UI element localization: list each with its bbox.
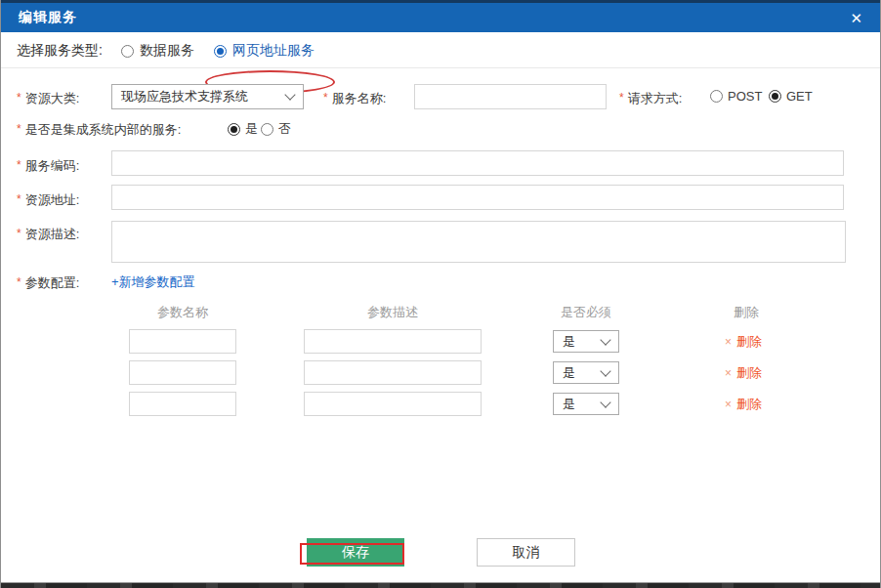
chevron-down-icon [600, 397, 610, 407]
background-window-edge [1, 582, 880, 588]
required-asterisk: * [17, 121, 21, 138]
delete-x-icon: × [725, 335, 732, 349]
delete-row-label: 删除 [736, 396, 762, 413]
radio-internal-yes[interactable]: 是 [228, 120, 258, 138]
col-header-param-name: 参数名称 [129, 304, 236, 321]
radio-data-service[interactable]: 数据服务 [121, 42, 194, 60]
service-type-row: 选择服务类型: 数据服务 网页地址服务 [1, 32, 880, 68]
delete-row-link[interactable]: × 删除 [725, 364, 762, 382]
delete-row-label: 删除 [736, 364, 762, 382]
save-button[interactable]: 保存 [307, 538, 404, 567]
internal-service-label: * 是否是集成系统内部的服务: [17, 121, 181, 139]
chevron-down-icon [284, 89, 295, 100]
delete-row-link[interactable]: × 删除 [725, 396, 762, 413]
radio-web-service[interactable]: 网页地址服务 [214, 42, 315, 60]
close-icon[interactable]: ✕ [846, 9, 866, 27]
resource-address-input[interactable] [111, 185, 844, 210]
radio-web-service-label: 网页地址服务 [232, 42, 315, 60]
add-param-config-link[interactable]: +新增参数配置 [111, 273, 195, 291]
radio-post-label: POST [728, 89, 762, 104]
required-asterisk: * [619, 90, 624, 106]
resource-desc-label: * 资源描述: [17, 226, 79, 243]
dialog-title: 编辑服务 [19, 9, 77, 26]
required-asterisk: * [17, 274, 21, 291]
required-asterisk: * [17, 226, 21, 242]
resource-category-value: 现场应急技术支撑系统 [121, 88, 248, 105]
chevron-down-icon [600, 334, 610, 345]
cancel-button[interactable]: 取消 [477, 538, 575, 567]
required-select[interactable]: 是 [553, 330, 619, 353]
required-select[interactable]: 是 [553, 393, 619, 415]
radio-post[interactable]: POST [710, 89, 762, 104]
required-asterisk: * [17, 157, 21, 174]
col-header-param-desc: 参数描述 [304, 304, 482, 321]
radio-unchecked-icon[interactable] [710, 90, 723, 103]
radio-checked-icon[interactable] [214, 45, 227, 58]
edit-service-dialog: 编辑服务 ✕ 选择服务类型: 数据服务 网页地址服务 * 资源大类: 现场应急技… [0, 0, 881, 588]
radio-yes-label: 是 [245, 120, 258, 138]
col-header-delete: 删除 [712, 304, 780, 321]
chevron-down-icon [600, 365, 610, 376]
request-method-label: * 请求方式: [619, 90, 682, 107]
radio-checked-icon[interactable] [228, 123, 240, 136]
radio-data-service-label: 数据服务 [140, 42, 194, 60]
radio-unchecked-icon[interactable] [121, 45, 134, 58]
col-header-required: 是否必须 [553, 304, 619, 321]
service-code-label: * 服务编码: [17, 157, 79, 175]
service-name-input[interactable] [414, 84, 607, 109]
required-select[interactable]: 是 [553, 361, 619, 384]
delete-row-link[interactable]: × 删除 [725, 333, 762, 351]
required-asterisk: * [323, 90, 328, 106]
resource-category-select[interactable]: 现场应急技术支撑系统 [111, 84, 304, 109]
service-type-label: 选择服务类型: [17, 42, 103, 60]
required-asterisk: * [17, 90, 21, 106]
param-desc-input[interactable] [304, 392, 482, 416]
radio-no-label: 否 [278, 120, 291, 138]
service-name-label: * 服务名称: [323, 90, 386, 107]
radio-get[interactable]: GET [769, 89, 813, 104]
required-select-value: 是 [563, 396, 575, 413]
param-desc-input[interactable] [304, 360, 482, 385]
required-select-value: 是 [563, 364, 575, 382]
param-name-input[interactable] [129, 329, 236, 354]
param-desc-input[interactable] [304, 329, 482, 354]
dialog-titlebar: 编辑服务 ✕ [1, 0, 880, 32]
param-name-input[interactable] [129, 392, 236, 416]
required-asterisk: * [17, 191, 21, 208]
radio-checked-icon[interactable] [769, 90, 781, 103]
radio-unchecked-icon[interactable] [261, 123, 273, 136]
radio-internal-no[interactable]: 否 [261, 120, 291, 138]
service-code-input[interactable] [111, 150, 844, 176]
resource-desc-textarea[interactable] [111, 221, 846, 263]
param-config-label: * 参数配置: [17, 274, 79, 292]
delete-x-icon: × [725, 366, 732, 380]
radio-get-label: GET [786, 89, 813, 104]
resource-category-label: * 资源大类: [17, 90, 79, 107]
resource-address-label: * 资源地址: [17, 191, 79, 209]
delete-row-label: 删除 [736, 333, 762, 351]
delete-x-icon: × [725, 398, 732, 411]
required-select-value: 是 [563, 333, 575, 351]
param-name-input[interactable] [129, 360, 236, 385]
